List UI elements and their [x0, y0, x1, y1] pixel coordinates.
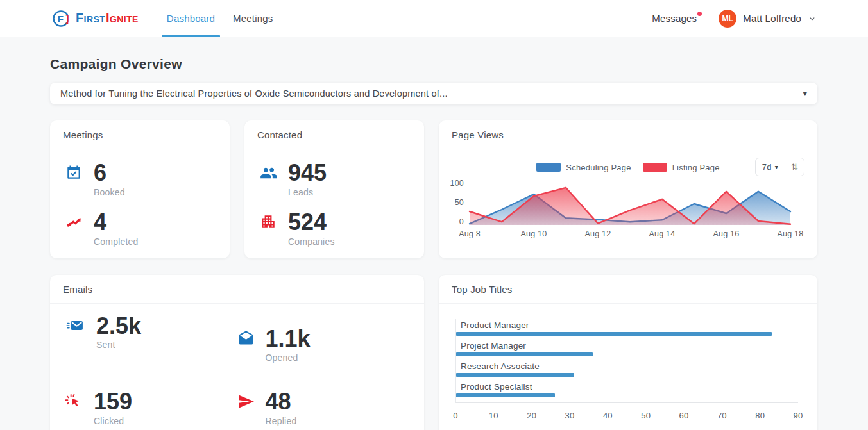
stat-opened: 1.1k Opened: [237, 327, 409, 363]
top-job-titles-card-title: Top Job Titles: [439, 275, 817, 304]
cursor-click-icon: [65, 393, 83, 409]
replied-value: 48: [266, 390, 297, 414]
page-views-area-svg: [470, 184, 790, 225]
x-tick-label: 70: [717, 411, 727, 420]
bar: [456, 332, 772, 336]
x-tick-label: 50: [641, 411, 651, 420]
handshake-icon: [65, 213, 83, 230]
page-views-legend: Scheduling Page Listing Page 7d ▾ ⇅: [450, 156, 806, 179]
cards-grid: Meetings 6 Booked: [50, 120, 817, 430]
sort-icon: ⇅: [791, 162, 798, 172]
y-tick-label: 100: [450, 179, 464, 188]
x-tick-label: 0: [453, 411, 457, 420]
bar-row: Product Manager: [456, 320, 798, 336]
user-menu[interactable]: ML Matt Loffredo: [719, 10, 817, 28]
x-tick-label: 40: [603, 411, 613, 420]
replied-label: Replied: [266, 416, 297, 426]
x-tick-label: 30: [565, 411, 575, 420]
page-views-card-title: Page Views: [439, 120, 817, 149]
stat-clicked: 159 Clicked: [65, 390, 237, 426]
campaign-selector[interactable]: Method for Tuning the Electrical Propert…: [50, 83, 817, 104]
y-tick-label: 0: [459, 217, 464, 226]
legend-item-listing-page[interactable]: Listing Page: [643, 163, 720, 172]
clicked-value: 159: [94, 390, 132, 414]
meetings-card: Meetings 6 Booked: [50, 120, 230, 258]
range-control-group: 7d ▾ ⇅: [755, 158, 804, 176]
header-right: Messages ML Matt Loffredo: [652, 0, 817, 37]
range-caret-icon: ▾: [775, 164, 778, 170]
bar-row: Product Specialist: [456, 382, 798, 397]
svg-text:F: F: [58, 13, 64, 24]
bar: [456, 352, 593, 356]
open-mail-icon: [237, 330, 255, 347]
x-tick-label: Aug 8: [459, 229, 481, 238]
sort-button[interactable]: ⇅: [785, 158, 804, 176]
messages-badge-dot: [697, 12, 702, 16]
send-mail-icon: [65, 317, 86, 334]
page-views-card: Page Views Scheduling Page Listing Page …: [439, 120, 817, 258]
bar: [456, 373, 574, 377]
x-tick-label: 20: [527, 411, 536, 420]
bar-label: Product Specialist: [456, 382, 798, 392]
page-views-y-axis: 050100: [450, 184, 470, 222]
x-tick-label: Aug 10: [521, 229, 547, 238]
avatar: ML: [719, 10, 736, 28]
reply-arrow-icon: [237, 393, 255, 410]
bar-label: Product Manager: [456, 320, 798, 330]
main-content: Campaign Overview Method for Tuning the …: [0, 56, 868, 430]
opened-label: Opened: [266, 352, 311, 363]
messages-link[interactable]: Messages: [652, 13, 702, 24]
page-views-x-axis: Aug 8Aug 10Aug 12Aug 14Aug 16Aug 18: [470, 229, 790, 242]
legend-swatch-blue: [536, 163, 561, 172]
booked-value: 6: [94, 161, 125, 185]
stat-sent: 2.5k Sent: [65, 314, 237, 363]
building-icon: [260, 213, 278, 230]
sent-value: 2.5k: [96, 314, 141, 338]
x-tick-label: Aug 16: [713, 229, 740, 238]
x-tick-label: 90: [794, 411, 803, 420]
range-select-button[interactable]: 7d ▾: [756, 158, 785, 176]
bar-row: Research Associate: [456, 361, 798, 377]
stat-companies: 524 Companies: [260, 210, 409, 247]
y-tick-label: 50: [455, 198, 464, 207]
opened-value: 1.1k: [266, 327, 311, 351]
bar-label: Project Manager: [456, 341, 798, 351]
completed-value: 4: [94, 210, 139, 235]
top-navbar: F ] FirstIgnite Dashboard Meetings Messa…: [0, 0, 868, 37]
chevron-down-icon: [808, 14, 817, 23]
firstignite-logo-icon: F ]: [51, 8, 72, 29]
x-tick-label: Aug 18: [778, 229, 804, 238]
emails-card-title: Emails: [50, 275, 424, 304]
calendar-check-icon: [65, 164, 83, 181]
leads-value: 945: [288, 161, 327, 185]
meetings-card-title: Meetings: [50, 120, 230, 149]
firstignite-logo[interactable]: F ] FirstIgnite: [51, 0, 139, 37]
bar: [456, 393, 555, 397]
companies-value: 524: [288, 210, 335, 235]
stat-leads: 945 Leads: [260, 161, 409, 197]
legend-swatch-red: [643, 163, 667, 172]
brand-wordmark: FirstIgnite: [76, 11, 139, 26]
booked-label: Booked: [94, 187, 125, 197]
bar-row: Project Manager: [456, 341, 798, 356]
stat-booked: 6 Booked: [65, 161, 214, 197]
svg-text:]: ]: [66, 13, 69, 24]
companies-label: Companies: [288, 236, 335, 247]
page-title: Campaign Overview: [50, 56, 817, 72]
user-name: Matt Loffredo: [743, 13, 801, 24]
legend-item-scheduling-page[interactable]: Scheduling Page: [536, 163, 631, 172]
x-tick-label: 10: [489, 411, 498, 420]
job-titles-rows: Product ManagerProject ManagerResearch A…: [455, 319, 798, 403]
x-tick-label: 60: [679, 411, 689, 420]
nav-tab-meetings[interactable]: Meetings: [224, 0, 282, 37]
clicked-label: Clicked: [94, 416, 132, 426]
bar-label: Research Associate: [456, 361, 798, 371]
leads-label: Leads: [288, 187, 327, 197]
dropdown-caret-icon: ▾: [803, 90, 807, 97]
nav-tab-dashboard[interactable]: Dashboard: [158, 0, 224, 37]
x-tick-label: 80: [755, 411, 765, 420]
completed-label: Completed: [94, 236, 139, 247]
users-icon: [260, 164, 278, 182]
sent-label: Sent: [96, 340, 141, 350]
contacted-card-title: Contacted: [244, 120, 424, 149]
